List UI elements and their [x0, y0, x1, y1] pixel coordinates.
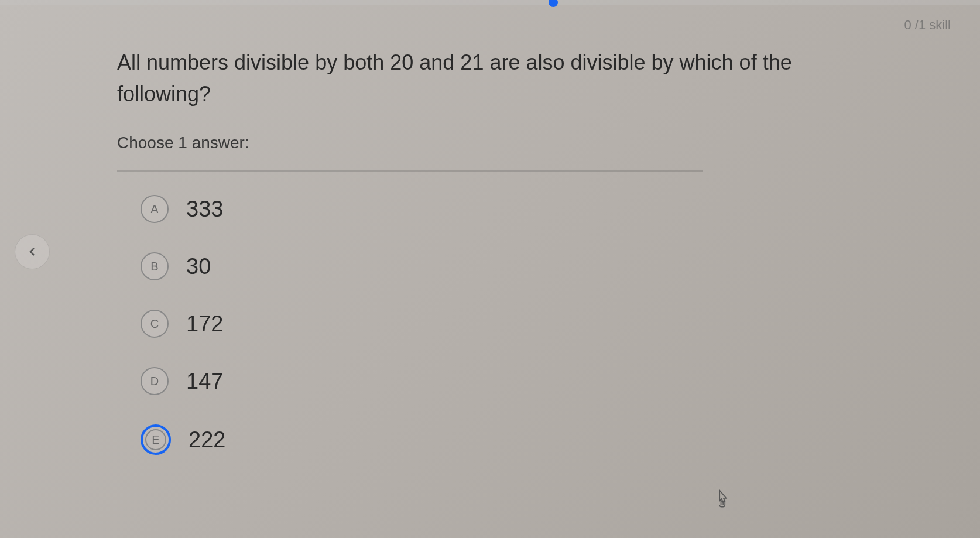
divider [117, 170, 703, 172]
radio-letter: C [150, 317, 159, 331]
answer-option-c[interactable]: C 172 [141, 310, 863, 338]
skill-counter: 0 /1 skill [904, 18, 951, 33]
chevron-left-icon [25, 245, 39, 259]
radio-d: D [141, 367, 169, 395]
pointer-cursor-icon [713, 488, 734, 509]
answer-option-a[interactable]: A 333 [141, 195, 863, 223]
radio-e: E [141, 424, 171, 455]
radio-b: B [141, 252, 169, 280]
question-text: All numbers divisible by both 20 and 21 … [117, 47, 863, 110]
question-prefix: All numbers divisible by both [117, 50, 390, 74]
answer-text-c: 172 [186, 311, 223, 337]
answer-list: A 333 B 30 C 172 D 147 [117, 195, 863, 455]
radio-c: C [141, 310, 169, 338]
question-num1: 20 [390, 50, 413, 74]
question-mid: and [413, 50, 460, 74]
answer-option-d[interactable]: D 147 [141, 367, 863, 395]
radio-letter: A [150, 203, 158, 216]
answer-text-e: 222 [189, 427, 225, 453]
question-num2: 21 [460, 50, 484, 74]
answer-text-b: 30 [186, 254, 211, 279]
answer-option-b[interactable]: B 30 [141, 252, 863, 280]
radio-letter: E [152, 433, 159, 447]
answer-text-d: 147 [186, 369, 223, 394]
answer-option-e[interactable]: E 222 [141, 424, 863, 455]
question-content: All numbers divisible by both 20 and 21 … [0, 0, 980, 478]
back-button[interactable] [15, 234, 50, 269]
answer-text-a: 333 [186, 197, 223, 222]
progress-bar [0, 0, 980, 5]
instruction-text: Choose 1 answer: [117, 133, 863, 152]
radio-letter: B [150, 260, 158, 273]
radio-letter: D [150, 375, 159, 388]
radio-a: A [141, 195, 169, 223]
